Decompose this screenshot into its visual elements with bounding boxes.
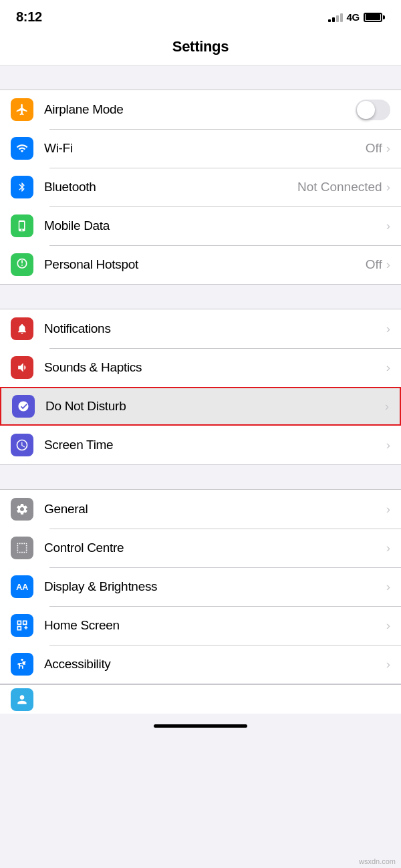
bluetooth-value: Not Connected	[297, 180, 382, 194]
home-screen-chevron: ›	[386, 618, 390, 633]
wifi-chevron: ›	[386, 141, 390, 156]
mobile-data-chevron: ›	[386, 219, 390, 233]
battery-icon	[364, 13, 385, 22]
wifi-value: Off	[366, 141, 382, 156]
accessibility-icon	[11, 653, 33, 676]
mobile-data-icon	[11, 214, 33, 237]
sounds-icon	[11, 356, 33, 379]
settings-item-wifi[interactable]: Wi-Fi Off ›	[0, 129, 401, 168]
general-chevron: ›	[386, 502, 390, 517]
hotspot-chevron: ›	[386, 257, 390, 272]
display-brightness-chevron: ›	[386, 579, 390, 594]
settings-group-display: General › Control Centre › AA Display & …	[0, 489, 401, 684]
airplane-mode-label: Airplane Mode	[44, 102, 356, 117]
general-label: General	[44, 502, 386, 517]
watermark: wsxdn.com	[359, 857, 396, 865]
settings-group-notifications: Notifications › Sounds & Haptics › Do No…	[0, 309, 401, 465]
notifications-chevron: ›	[386, 321, 390, 336]
signal-icon	[328, 13, 343, 22]
hotspot-icon	[11, 253, 33, 276]
notifications-icon	[11, 317, 33, 340]
settings-item-partial	[0, 684, 401, 714]
settings-item-airplane-mode[interactable]: Airplane Mode	[0, 90, 401, 129]
settings-list-connectivity: Airplane Mode Wi-Fi Off › Bluetooth Not …	[0, 90, 401, 285]
settings-item-do-not-disturb[interactable]: Do Not Disturb ›	[0, 387, 401, 426]
settings-group-connectivity: Airplane Mode Wi-Fi Off › Bluetooth Not …	[0, 90, 401, 285]
mobile-data-label: Mobile Data	[44, 219, 386, 233]
settings-item-screen-time[interactable]: Screen Time ›	[0, 426, 401, 464]
sounds-haptics-chevron: ›	[386, 360, 390, 375]
settings-list-display: General › Control Centre › AA Display & …	[0, 489, 401, 684]
settings-item-personal-hotspot[interactable]: Personal Hotspot Off ›	[0, 245, 401, 284]
settings-item-general[interactable]: General ›	[0, 490, 401, 529]
settings-item-bluetooth[interactable]: Bluetooth Not Connected ›	[0, 168, 401, 206]
wifi-icon	[11, 137, 33, 160]
settings-item-accessibility[interactable]: Accessibility ›	[0, 645, 401, 684]
notifications-label: Notifications	[44, 321, 386, 336]
accessibility-label: Accessibility	[44, 657, 386, 672]
settings-item-home-screen[interactable]: Home Screen ›	[0, 606, 401, 645]
page-title: Settings	[11, 38, 390, 55]
settings-list-notifications: Notifications › Sounds & Haptics › Do No…	[0, 309, 401, 465]
dnd-icon	[12, 395, 35, 418]
display-brightness-icon: AA	[11, 575, 33, 598]
status-icons: 4G	[328, 11, 385, 23]
sounds-haptics-label: Sounds & Haptics	[44, 360, 386, 375]
settings-item-notifications[interactable]: Notifications ›	[0, 309, 401, 348]
svg-point-0	[21, 659, 23, 661]
control-centre-label: Control Centre	[44, 541, 386, 555]
hotspot-label: Personal Hotspot	[44, 257, 366, 272]
screen-time-chevron: ›	[386, 438, 390, 452]
dnd-chevron: ›	[385, 399, 389, 414]
home-screen-label: Home Screen	[44, 618, 386, 633]
hotspot-value: Off	[366, 257, 382, 272]
network-type: 4G	[347, 11, 360, 23]
settings-item-mobile-data[interactable]: Mobile Data ›	[0, 206, 401, 245]
page-header: Settings	[0, 30, 401, 65]
bluetooth-icon	[11, 176, 33, 198]
settings-item-display-brightness[interactable]: AA Display & Brightness ›	[0, 567, 401, 606]
accessibility-chevron: ›	[386, 657, 390, 672]
status-time: 8:12	[16, 9, 42, 25]
bluetooth-label: Bluetooth	[44, 180, 297, 194]
status-bar: 8:12 4G	[0, 0, 401, 30]
control-centre-icon	[11, 537, 33, 559]
airplane-mode-icon	[11, 98, 33, 121]
partial-item-icon	[11, 688, 33, 711]
home-bar	[154, 724, 247, 728]
airplane-mode-toggle[interactable]	[356, 100, 390, 120]
settings-item-control-centre[interactable]: Control Centre ›	[0, 529, 401, 567]
wifi-label: Wi-Fi	[44, 141, 366, 156]
control-centre-chevron: ›	[386, 541, 390, 555]
home-indicator	[0, 714, 401, 734]
display-brightness-label: Display & Brightness	[44, 579, 386, 594]
dnd-label: Do Not Disturb	[45, 399, 385, 414]
settings-item-sounds-haptics[interactable]: Sounds & Haptics ›	[0, 348, 401, 387]
screen-time-icon	[11, 434, 33, 456]
screen-time-label: Screen Time	[44, 438, 386, 452]
bluetooth-chevron: ›	[386, 180, 390, 194]
home-screen-icon	[11, 614, 33, 637]
general-icon	[11, 498, 33, 521]
